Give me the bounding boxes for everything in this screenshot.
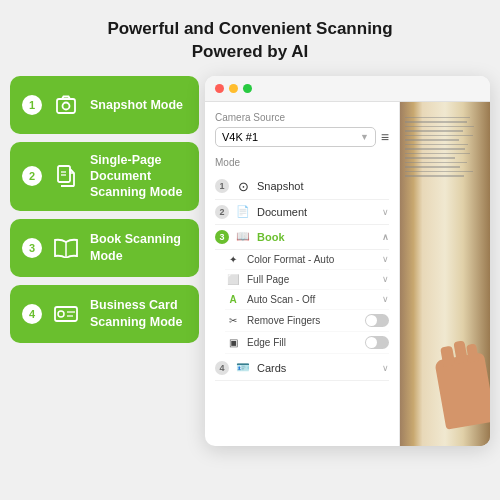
title-bar	[205, 76, 490, 102]
option-num-4: 4	[215, 361, 229, 375]
sub-color-format[interactable]: ✦ Color Format - Auto ∨	[225, 250, 389, 270]
color-format-icon: ✦	[225, 254, 241, 265]
mode-card-bizcard[interactable]: 4 Business Card Scanning Mode	[10, 285, 199, 343]
sub-options: ✦ Color Format - Auto ∨ ⬜ Full Page ∨ A …	[225, 250, 389, 354]
camera-source-label: Camera Source	[215, 112, 389, 123]
chevron-fullpage: ∨	[382, 274, 389, 284]
option-label-cards: Cards	[257, 362, 376, 374]
option-num-3: 3	[215, 230, 229, 244]
option-document[interactable]: 2 📄 Document ∨	[215, 200, 389, 225]
svg-point-7	[58, 311, 64, 317]
close-button[interactable]	[215, 84, 224, 93]
content-area: 1 Snapshot Mode 2	[0, 76, 500, 446]
remove-fingers-icon: ✂	[225, 315, 241, 326]
option-label-document: Document	[257, 206, 376, 218]
remove-fingers-toggle[interactable]	[365, 314, 389, 327]
panel-right	[400, 102, 490, 446]
chevron-autoscan: ∨	[382, 294, 389, 304]
full-page-icon: ⬜	[225, 274, 241, 285]
mode-number-2: 2	[22, 166, 42, 186]
panel-left: Camera Source V4K #1 ▼ ≡ Mode 1 ⊙ Snapsh…	[205, 102, 400, 446]
mode-list: 1 Snapshot Mode 2	[10, 76, 205, 446]
bizcard-icon	[52, 305, 80, 323]
document-option-icon: 📄	[235, 205, 251, 218]
mode-section-label: Mode	[215, 157, 389, 168]
window-body: Camera Source V4K #1 ▼ ≡ Mode 1 ⊙ Snapsh…	[205, 102, 490, 446]
camera-select[interactable]: V4K #1 ▼	[215, 127, 376, 147]
mode-label-1: Snapshot Mode	[90, 97, 183, 113]
app-window: Camera Source V4K #1 ▼ ≡ Mode 1 ⊙ Snapsh…	[205, 76, 490, 446]
sub-auto-scan[interactable]: A Auto Scan - Off ∨	[225, 290, 389, 310]
svg-rect-0	[57, 99, 75, 113]
minimize-button[interactable]	[229, 84, 238, 93]
main-title: Powerful and Convenient Scanning Powered…	[0, 0, 500, 76]
option-cards[interactable]: 4 🪪 Cards ∨	[215, 356, 389, 381]
svg-point-1	[63, 102, 70, 109]
snapshot-icon	[52, 94, 80, 116]
camera-select-row: V4K #1 ▼ ≡	[215, 127, 389, 147]
mode-number-1: 1	[22, 95, 42, 115]
edge-fill-toggle[interactable]	[365, 336, 389, 349]
mode-label-2: Single-Page Document Scanning Mode	[90, 152, 187, 201]
chevron-cards: ∨	[382, 363, 389, 373]
book-photo	[400, 102, 490, 446]
chevron-down-icon: ▼	[360, 132, 369, 142]
document-icon	[52, 165, 80, 187]
option-num-1: 1	[215, 179, 229, 193]
page-container: Powerful and Convenient Scanning Powered…	[0, 0, 500, 446]
mode-card-book[interactable]: 3 Book Scanning Mode	[10, 219, 199, 277]
mode-label-3: Book Scanning Mode	[90, 231, 187, 264]
option-label-snapshot: Snapshot	[257, 180, 389, 192]
sub-full-page[interactable]: ⬜ Full Page ∨	[225, 270, 389, 290]
mode-card-document[interactable]: 2 Single-Page Document Scanning Mode	[10, 142, 199, 211]
option-label-book: Book	[257, 231, 376, 243]
sub-remove-fingers[interactable]: ✂ Remove Fingers	[225, 310, 389, 332]
maximize-button[interactable]	[243, 84, 252, 93]
cards-option-icon: 🪪	[235, 361, 251, 374]
svg-rect-2	[58, 166, 70, 182]
option-book[interactable]: 3 📖 Book ∧	[215, 225, 389, 250]
sub-edge-fill[interactable]: ▣ Edge Fill	[225, 332, 389, 354]
auto-scan-icon: A	[225, 294, 241, 305]
chevron-book: ∧	[382, 232, 389, 242]
book-option-icon: 📖	[235, 230, 251, 243]
mode-number-3: 3	[22, 238, 42, 258]
option-num-2: 2	[215, 205, 229, 219]
option-snapshot[interactable]: 1 ⊙ Snapshot	[215, 174, 389, 200]
snapshot-option-icon: ⊙	[235, 179, 251, 194]
mode-label-4: Business Card Scanning Mode	[90, 297, 187, 330]
mode-number-4: 4	[22, 304, 42, 324]
chevron-document: ∨	[382, 207, 389, 217]
mode-card-snapshot[interactable]: 1 Snapshot Mode	[10, 76, 199, 134]
chevron-color: ∨	[382, 254, 389, 264]
tune-icon[interactable]: ≡	[381, 129, 389, 145]
book-icon	[52, 238, 80, 258]
edge-fill-icon: ▣	[225, 337, 241, 348]
